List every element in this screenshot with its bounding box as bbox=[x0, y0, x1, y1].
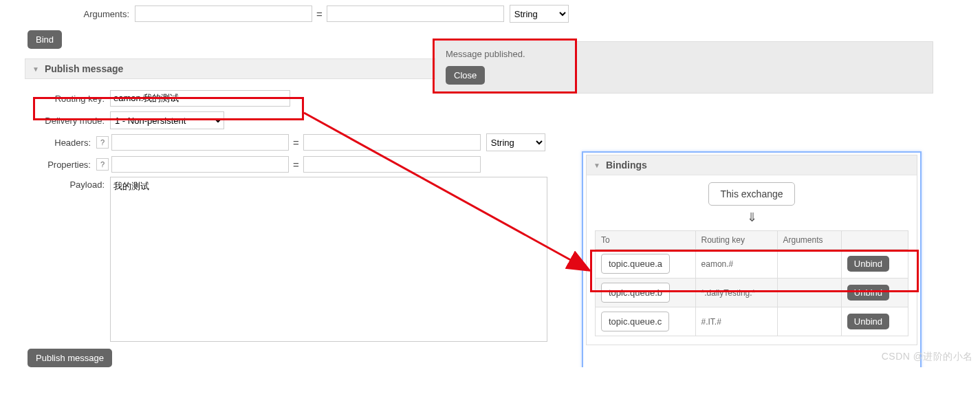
arguments-cell bbox=[777, 250, 841, 279]
routing-key-cell: eamon.# bbox=[695, 250, 777, 279]
unbind-button[interactable]: Unbind bbox=[847, 256, 889, 272]
notification-text: Message published. bbox=[446, 49, 923, 59]
routing-key-cell: #.IT.# bbox=[695, 307, 777, 336]
bindings-th-action bbox=[841, 231, 908, 250]
publish-message-button[interactable]: Publish message bbox=[28, 349, 112, 367]
equals-sign: = bbox=[293, 159, 299, 171]
queue-link[interactable]: topic.queue.b bbox=[601, 283, 670, 303]
payload-label: Payload: bbox=[0, 177, 110, 190]
routing-key-label: Routing key: bbox=[0, 94, 110, 104]
arguments-cell bbox=[777, 279, 841, 307]
headers-type-select[interactable]: String bbox=[486, 133, 545, 151]
bindings-table: To Routing key Arguments topic.queue.a e… bbox=[595, 230, 908, 336]
headers-val-input[interactable] bbox=[303, 134, 481, 151]
delivery-mode-label: Delivery mode: bbox=[0, 116, 110, 126]
unbind-button[interactable]: Unbind bbox=[847, 285, 889, 301]
arguments-val-input[interactable] bbox=[327, 6, 504, 22]
bindings-row: topic.queue.c #.IT.# Unbind bbox=[596, 307, 908, 336]
arguments-key-input[interactable] bbox=[135, 6, 312, 22]
unbind-button[interactable]: Unbind bbox=[847, 314, 889, 329]
queue-link[interactable]: topic.queue.a bbox=[601, 254, 670, 274]
equals-sign: = bbox=[293, 137, 299, 149]
properties-val-input[interactable] bbox=[303, 156, 481, 173]
bind-button[interactable]: Bind bbox=[28, 30, 62, 49]
properties-key-input[interactable] bbox=[111, 156, 289, 173]
bindings-th-routing: Routing key bbox=[695, 231, 777, 250]
caret-down-icon: ▼ bbox=[594, 162, 600, 169]
headers-key-input[interactable] bbox=[111, 134, 289, 151]
bindings-title: Bindings bbox=[606, 160, 647, 171]
headers-label: Headers: bbox=[0, 138, 96, 148]
delivery-mode-select[interactable]: 1 - Non-persistent bbox=[110, 111, 224, 129]
notification-close-button[interactable]: Close bbox=[446, 66, 485, 85]
equals-sign: = bbox=[316, 8, 323, 20]
payload-textarea[interactable] bbox=[110, 177, 547, 342]
bindings-th-to: To bbox=[596, 231, 696, 250]
bindings-th-args: Arguments bbox=[777, 231, 841, 250]
arguments-cell bbox=[777, 307, 841, 336]
routing-key-cell: *.dailyTesting.* bbox=[695, 279, 777, 307]
headers-help-icon[interactable]: ? bbox=[96, 136, 109, 149]
arguments-label: Arguments: bbox=[25, 9, 135, 19]
this-exchange-box: This exchange bbox=[708, 182, 794, 206]
arguments-type-select[interactable]: String bbox=[510, 5, 569, 23]
properties-label: Properties: bbox=[0, 160, 96, 170]
watermark-text: CSDN @进阶的小名 bbox=[882, 351, 973, 363]
queue-link[interactable]: topic.queue.c bbox=[601, 312, 669, 331]
caret-down-icon: ▼ bbox=[32, 65, 39, 73]
routing-key-input[interactable] bbox=[110, 90, 290, 107]
bindings-row: topic.queue.a eamon.# Unbind bbox=[596, 250, 908, 279]
publish-section-title: Publish message bbox=[45, 63, 123, 74]
properties-help-icon[interactable]: ? bbox=[96, 158, 109, 171]
bindings-row: topic.queue.b *.dailyTesting.* Unbind bbox=[596, 279, 908, 307]
down-arrow-icon: ⇓ bbox=[595, 210, 908, 225]
